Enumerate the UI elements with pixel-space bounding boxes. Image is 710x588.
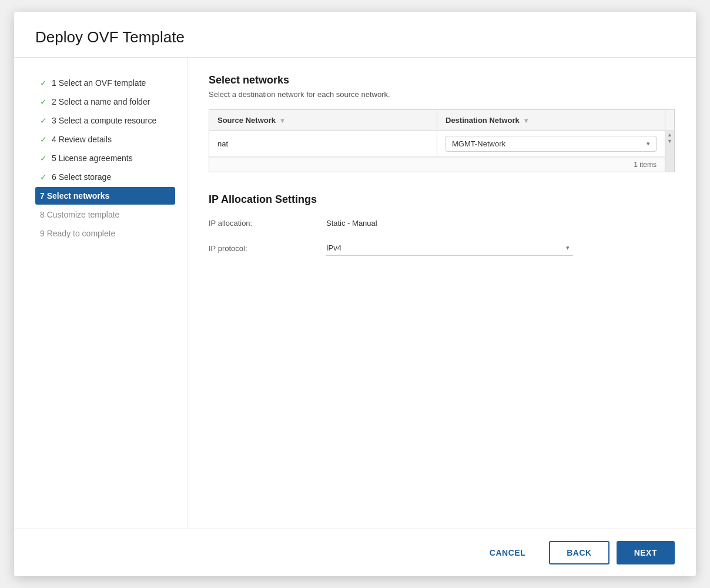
check-icon-6: ✓: [40, 172, 47, 182]
step-2-label: 2 Select a name and folder: [52, 97, 150, 106]
check-icon-2: ✓: [40, 97, 47, 106]
dest-network-dropdown[interactable]: MGMT-Network ▾: [446, 136, 657, 152]
dialog-header: Deploy OVF Template: [14, 12, 696, 58]
ip-protocol-value: IPv4: [326, 243, 341, 252]
sidebar-item-step-3[interactable]: ✓ 3 Select a compute resource: [35, 112, 175, 129]
ip-allocation-row: IP allocation: Static - Manual: [209, 219, 675, 228]
check-icon-4: ✓: [40, 135, 47, 144]
chevron-down-icon: ▾: [647, 140, 650, 148]
table-scrollbar[interactable]: ▲ ▼: [665, 131, 674, 156]
sidebar-item-step-9: 9 Ready to complete: [35, 225, 175, 242]
sidebar-item-step-8: 8 Customize template: [35, 206, 175, 223]
next-button[interactable]: NEXT: [617, 541, 675, 564]
section-desc: Select a destination network for each so…: [209, 90, 675, 99]
source-value: nat: [217, 139, 228, 148]
check-icon-1: ✓: [40, 78, 47, 88]
dialog-body: ✓ 1 Select an OVF template ✓ 2 Select a …: [14, 58, 696, 529]
sidebar-item-step-6[interactable]: ✓ 6 Select storage: [35, 168, 175, 186]
step-6-label: 6 Select storage: [52, 172, 111, 182]
sidebar-item-step-7[interactable]: 7 Select networks: [35, 187, 175, 205]
step-3-label: 3 Select a compute resource: [52, 116, 156, 125]
table-row: nat MGMT-Network ▾ ▲ ▼: [209, 131, 674, 157]
table-items-count: 1 items: [209, 158, 665, 172]
source-network-label: Source Network: [217, 116, 276, 125]
sidebar-item-step-5[interactable]: ✓ 5 License agreements: [35, 149, 175, 167]
check-icon-5: ✓: [40, 153, 47, 163]
deploy-ovf-dialog: Deploy OVF Template ✓ 1 Select an OVF te…: [14, 12, 696, 576]
ip-section-title: IP Allocation Settings: [209, 193, 675, 206]
step-4-label: 4 Review details: [52, 135, 112, 144]
dest-cell: MGMT-Network ▾: [437, 131, 665, 156]
ip-allocation-value: Static - Manual: [326, 219, 377, 228]
step-9-label: 9 Ready to complete: [40, 229, 115, 238]
sidebar: ✓ 1 Select an OVF template ✓ 2 Select a …: [14, 58, 187, 529]
check-icon-3: ✓: [40, 116, 47, 125]
scroll-up-icon: ▲: [667, 132, 672, 138]
col-dest-header: Destination Network ▼: [437, 110, 665, 131]
step-1-label: 1 Select an OVF template: [52, 78, 146, 88]
source-filter-icon[interactable]: ▼: [279, 117, 286, 124]
section-title: Select networks: [209, 74, 675, 86]
back-button[interactable]: BACK: [549, 541, 609, 564]
ip-protocol-dropdown[interactable]: IPv4 ▾: [326, 240, 573, 256]
table-header-row: Source Network ▼ Destination Network ▼: [209, 110, 674, 131]
dialog-footer: CANCEL BACK NEXT: [14, 529, 696, 576]
dialog-title: Deploy OVF Template: [35, 28, 675, 46]
ip-protocol-label: IP protocol:: [209, 244, 326, 253]
scroll-down-icon: ▼: [667, 139, 672, 144]
sidebar-item-step-1[interactable]: ✓ 1 Select an OVF template: [35, 74, 175, 92]
sidebar-item-step-4[interactable]: ✓ 4 Review details: [35, 131, 175, 148]
ip-protocol-row: IP protocol: IPv4 ▾: [209, 240, 675, 256]
col-source-header: Source Network ▼: [209, 110, 437, 131]
source-cell: nat: [209, 131, 437, 156]
step-5-label: 5 License agreements: [52, 153, 133, 163]
sidebar-item-step-2[interactable]: ✓ 2 Select a name and folder: [35, 93, 175, 111]
dest-filter-icon[interactable]: ▼: [523, 117, 530, 124]
network-table: Source Network ▼ Destination Network ▼ n…: [209, 109, 675, 172]
dest-network-value: MGMT-Network: [452, 139, 505, 148]
ip-allocation-label: IP allocation:: [209, 219, 326, 228]
protocol-chevron-icon: ▾: [566, 244, 570, 252]
step-8-label: 8 Customize template: [40, 210, 119, 219]
cancel-button[interactable]: CANCEL: [473, 542, 542, 563]
main-content: Select networks Select a destination net…: [187, 58, 696, 529]
table-footer: 1 items: [209, 157, 674, 172]
step-7-label: 7 Select networks: [40, 191, 109, 201]
dest-network-label: Destination Network: [446, 116, 520, 125]
table-scroll-header: [665, 110, 674, 131]
table-footer-scroll: [665, 158, 674, 172]
